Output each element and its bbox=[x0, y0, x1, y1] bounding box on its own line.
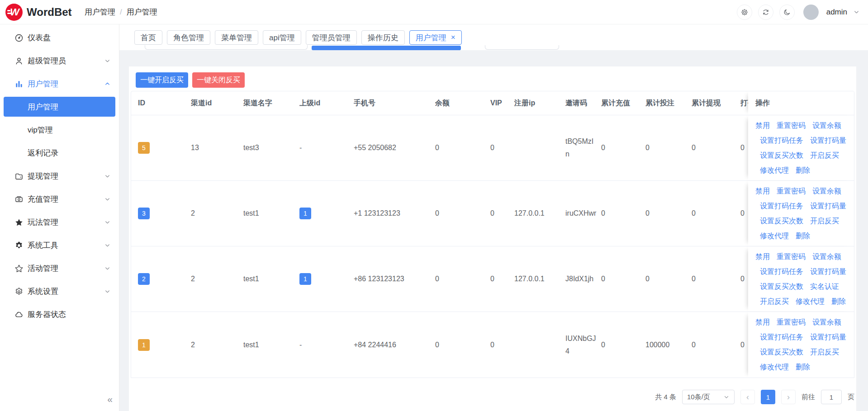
action-link[interactable]: 重置密码 bbox=[777, 121, 806, 130]
action-link[interactable]: 设置余额 bbox=[812, 121, 841, 130]
action-link[interactable]: 设置余额 bbox=[812, 318, 841, 327]
sidebar-item-7[interactable]: 活动管理 bbox=[0, 257, 119, 280]
open-all-counterbuy-button[interactable]: 一键开启反买 bbox=[136, 72, 188, 88]
action-link[interactable]: 设置打码任务 bbox=[760, 267, 803, 276]
wallet-icon bbox=[14, 172, 24, 181]
action-link[interactable]: 修改代理 bbox=[760, 363, 789, 372]
breadcrumb-parent[interactable]: 用户管理 bbox=[85, 7, 115, 17]
sidebar-item-4[interactable]: 充值管理 bbox=[0, 188, 119, 211]
clipped-form-remnant bbox=[145, 45, 308, 50]
sidebar-item-0[interactable]: 仪表盘 bbox=[0, 26, 119, 49]
sidebar-item-1[interactable]: 超级管理员 bbox=[0, 49, 119, 72]
invite-code-text: J8IdX1jh bbox=[565, 273, 597, 285]
users-table: ID渠道id渠道名字上级id手机号余额VIP注册ip邀请码累计充值累计投注累计提… bbox=[131, 91, 854, 378]
sidebar-item-label: 提现管理 bbox=[28, 171, 58, 181]
sidebar-subitem-2-2[interactable]: 返利记录 bbox=[4, 142, 115, 165]
cell-invite-code: tBQ5MzIn bbox=[565, 135, 601, 161]
gear-filled-icon bbox=[14, 241, 24, 250]
action-link[interactable]: 设置反买次数 bbox=[760, 217, 803, 226]
user-avatar[interactable] bbox=[803, 5, 819, 20]
sidebar-item-9[interactable]: 服务器状态 bbox=[0, 303, 119, 326]
action-link[interactable]: 实名认证 bbox=[810, 282, 839, 291]
action-link[interactable]: 删除 bbox=[831, 297, 846, 306]
sidebar-item-label: 用户管理 bbox=[28, 79, 58, 89]
action-link[interactable]: 重置密码 bbox=[777, 318, 806, 327]
tab-0[interactable]: 首页 bbox=[134, 30, 162, 45]
toolbar: 一键开启反买 一键关闭反买 bbox=[136, 72, 854, 88]
action-link[interactable]: 禁用 bbox=[755, 187, 770, 196]
clipped-form-remnant bbox=[485, 45, 559, 50]
prev-page-button[interactable]: ‹ bbox=[740, 390, 755, 404]
sidebar-item-6[interactable]: 系统工具 bbox=[0, 234, 119, 257]
invite-code-text: iruCXHwr bbox=[565, 207, 597, 220]
tab-2[interactable]: 菜单管理 bbox=[215, 30, 258, 45]
sidebar-item-2[interactable]: 用户管理 bbox=[0, 72, 119, 95]
action-link[interactable]: 设置反买次数 bbox=[760, 282, 803, 291]
moon-icon[interactable] bbox=[779, 5, 795, 20]
action-link[interactable]: 开启反买 bbox=[760, 297, 789, 306]
action-line: 禁用重置密码设置余额 bbox=[755, 252, 847, 261]
action-line: 禁用重置密码设置余额 bbox=[755, 187, 847, 196]
tab-3[interactable]: api管理 bbox=[263, 30, 301, 45]
page-unit-label: 页 bbox=[848, 393, 854, 402]
cell-total-withdraw: 0 bbox=[692, 209, 740, 217]
action-link[interactable]: 删除 bbox=[796, 231, 810, 241]
parent-id-badge: 1 bbox=[299, 208, 311, 219]
action-link[interactable]: 修改代理 bbox=[760, 166, 789, 175]
chevron-down-icon bbox=[104, 173, 111, 180]
username[interactable]: admin bbox=[826, 8, 847, 17]
action-link[interactable]: 设置余额 bbox=[812, 187, 841, 196]
action-link[interactable]: 设置打码任务 bbox=[760, 333, 803, 342]
close-icon[interactable]: × bbox=[451, 33, 455, 42]
action-link[interactable]: 设置打码任务 bbox=[760, 202, 803, 211]
sidebar-item-3[interactable]: 提现管理 bbox=[0, 165, 119, 188]
column-header-0: ID bbox=[138, 99, 191, 107]
action-link[interactable]: 设置打码任务 bbox=[760, 136, 803, 145]
action-link[interactable]: 禁用 bbox=[755, 121, 770, 130]
settings-icon[interactable] bbox=[737, 5, 752, 20]
action-link[interactable]: 修改代理 bbox=[760, 231, 789, 241]
chevron-down-icon[interactable] bbox=[853, 9, 860, 15]
action-link[interactable]: 修改代理 bbox=[796, 297, 825, 306]
sidebar-item-8[interactable]: 系统设置 bbox=[0, 280, 119, 303]
tab-4[interactable]: 管理员管理 bbox=[306, 30, 357, 45]
actions-cell: 禁用重置密码设置余额设置打码任务设置打码量设置反买次数开启反买修改代理删除 bbox=[748, 312, 854, 378]
action-link[interactable]: 设置反买次数 bbox=[760, 348, 803, 357]
action-link[interactable]: 重置密码 bbox=[777, 187, 806, 196]
tab-5[interactable]: 操作历史 bbox=[361, 30, 405, 45]
cell-invite-code: IUXNbGJ4 bbox=[565, 332, 601, 358]
action-line: 禁用重置密码设置余额 bbox=[755, 121, 847, 130]
sidebar-subitem-2-0[interactable]: 用户管理 bbox=[4, 97, 115, 117]
brand: W WordBet bbox=[0, 4, 79, 21]
action-link[interactable]: 设置打码量 bbox=[810, 136, 846, 145]
current-page-button[interactable]: 1 bbox=[761, 390, 775, 404]
action-link[interactable]: 设置余额 bbox=[812, 252, 841, 261]
tab-1[interactable]: 角色管理 bbox=[167, 30, 210, 45]
action-line: 修改代理删除 bbox=[760, 231, 847, 241]
page-size-select[interactable]: 10条/页 bbox=[682, 390, 735, 404]
tab-6[interactable]: 用户管理× bbox=[409, 30, 462, 45]
action-link[interactable]: 设置打码量 bbox=[810, 202, 846, 211]
column-header-8: 邀请码 bbox=[565, 99, 601, 108]
action-link[interactable]: 设置打码量 bbox=[810, 333, 846, 342]
action-link[interactable]: 开启反买 bbox=[810, 348, 839, 357]
next-page-button[interactable]: › bbox=[781, 390, 796, 404]
sidebar-subitem-2-1[interactable]: vip管理 bbox=[4, 118, 115, 142]
action-link[interactable]: 重置密码 bbox=[777, 252, 806, 261]
user-icon bbox=[14, 57, 24, 66]
content-card: 一键开启反买 一键关闭反买 ID渠道id渠道名字上级id手机号余额VIP注册ip… bbox=[129, 66, 856, 411]
action-link[interactable]: 设置反买次数 bbox=[760, 151, 803, 160]
action-link[interactable]: 禁用 bbox=[755, 318, 770, 327]
action-link[interactable]: 设置打码量 bbox=[810, 267, 846, 276]
cell-channel-name: test1 bbox=[243, 209, 299, 217]
refresh-icon[interactable] bbox=[758, 5, 773, 20]
goto-page-input[interactable] bbox=[821, 390, 842, 404]
action-link[interactable]: 开启反买 bbox=[810, 217, 839, 226]
action-link[interactable]: 删除 bbox=[796, 363, 810, 372]
action-link[interactable]: 删除 bbox=[796, 166, 810, 175]
sidebar-item-5[interactable]: 玩法管理 bbox=[0, 211, 119, 234]
action-link[interactable]: 开启反买 bbox=[810, 151, 839, 160]
action-link[interactable]: 禁用 bbox=[755, 252, 770, 261]
close-all-counterbuy-button[interactable]: 一键关闭反买 bbox=[192, 72, 245, 88]
collapse-sidebar-button[interactable]: « bbox=[107, 394, 113, 405]
